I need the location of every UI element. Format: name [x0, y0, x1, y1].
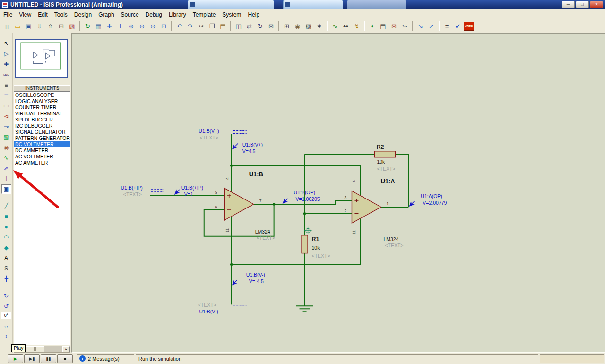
line-2d-icon[interactable]: ╱	[1, 201, 11, 211]
resistor-r1[interactable]: R1 10k <TEXT>	[302, 235, 330, 259]
rotation-angle-field[interactable]: 0°	[1, 312, 11, 319]
minimize-button[interactable]: ─	[562, 1, 575, 8]
cut-icon[interactable]: ✂	[196, 21, 206, 31]
packaging-tool-icon[interactable]: ▨	[303, 21, 313, 31]
block-copy-icon[interactable]: ◫	[233, 21, 243, 31]
menu-library[interactable]: Library	[165, 10, 190, 19]
block-delete-icon[interactable]: ⊠	[266, 21, 276, 31]
rotate-anticlockwise-icon[interactable]: ↺	[1, 302, 11, 311]
maximize-button[interactable]: □	[576, 1, 589, 8]
pause-button[interactable]: ▮▮	[41, 354, 56, 363]
scrollbar-right-arrow-button[interactable]: ▸	[62, 346, 70, 352]
menu-file[interactable]: File	[0, 10, 16, 19]
instrument-logic-analyser[interactable]: LOGIC ANALYSER	[14, 98, 70, 104]
menu-system[interactable]: System	[219, 10, 244, 19]
goto-sheet-icon[interactable]: ↪	[400, 21, 410, 31]
wire-label-icon[interactable]: LBL	[1, 70, 11, 79]
remove-sheet-icon[interactable]: ⊠	[389, 21, 399, 31]
instrument-pattern-generator[interactable]: PATTERN GENERATOR	[14, 135, 70, 141]
return-to-parent-icon[interactable]: ↗	[426, 21, 436, 31]
marker-2d-icon[interactable]: ╋	[1, 274, 11, 284]
menu-help[interactable]: Help	[244, 10, 263, 19]
background-window[interactable]	[188, 0, 274, 9]
pick-parts-icon[interactable]: ⊞	[282, 21, 292, 31]
scrollbar-thumb[interactable]	[25, 346, 44, 352]
junction-dot-icon[interactable]: ✚	[1, 60, 11, 69]
instrument-spi-debugger[interactable]: SPI DEBUGGER	[14, 117, 70, 123]
redraw-display-icon[interactable]: ↻	[83, 21, 93, 31]
opamp-u1a[interactable]: U1:A LM324 <TEXT> 3 2 1 4 11	[344, 178, 403, 248]
text-2d-icon[interactable]: A	[1, 253, 11, 263]
terminal-icon[interactable]: ⊲	[1, 112, 11, 121]
zoom-to-child-icon[interactable]: ↘	[415, 21, 425, 31]
open-design-icon[interactable]: ▭	[13, 21, 23, 31]
property-assignment-icon[interactable]: ↯	[352, 21, 362, 31]
redo-icon[interactable]: ↷	[185, 21, 195, 31]
design-explorer-icon[interactable]: ✦	[367, 21, 377, 31]
decompose-icon[interactable]: ✶	[314, 21, 324, 31]
make-device-icon[interactable]: ◉	[293, 21, 302, 31]
instrument-i2c-debugger[interactable]: I2C DEBUGGER	[14, 123, 70, 129]
instrument-signal-generator[interactable]: SIGNAL GENERATOR	[14, 129, 70, 135]
instrument-dc-voltmeter[interactable]: DC VOLTMETER	[14, 141, 70, 147]
stop-button[interactable]: ■	[57, 354, 73, 363]
toggle-grid-icon[interactable]: ▦	[94, 21, 104, 31]
play-button[interactable]: ▶	[8, 354, 23, 363]
instrument-oscilloscope[interactable]: OSCILLOSCOPE	[14, 92, 70, 98]
instrument-ac-ammeter[interactable]: AC AMMETER	[14, 160, 70, 166]
text-script-icon[interactable]: ≡	[1, 80, 11, 90]
new-design-icon[interactable]: ▯	[2, 21, 12, 31]
device-pin-icon[interactable]: ⊸	[1, 122, 11, 131]
ground-symbol[interactable]	[296, 306, 313, 312]
instrument-dc-ammeter[interactable]: DC AMMETER	[14, 147, 70, 154]
tape-recorder-icon[interactable]: ◉	[1, 143, 11, 152]
mirror-horizontal-icon[interactable]: ↔	[1, 321, 11, 330]
message-panel[interactable]: i 2 Message(s)	[77, 354, 134, 363]
subcircuit-icon[interactable]: ▭	[1, 101, 11, 111]
netlist-to-ares-icon[interactable]: ARES	[464, 22, 474, 31]
circle-2d-icon[interactable]: ●	[1, 222, 11, 232]
menu-template[interactable]: Template	[190, 10, 219, 19]
voltage-probe-icon[interactable]: ⇗	[1, 164, 11, 173]
mirror-vertical-icon[interactable]: ↕	[1, 331, 11, 341]
symbol-2d-icon[interactable]: S	[1, 264, 11, 273]
virtual-instruments-icon[interactable]: ▣	[1, 184, 11, 194]
menu-design[interactable]: Design	[71, 10, 95, 19]
arc-2d-icon[interactable]: ◠	[1, 233, 11, 242]
zoom-area-icon[interactable]: ⊡	[159, 21, 169, 31]
new-sheet-icon[interactable]: ▤	[378, 21, 388, 31]
scrollbar-track[interactable]	[22, 346, 62, 352]
menu-graph[interactable]: Graph	[95, 10, 117, 19]
generator-icon[interactable]: ∿	[1, 153, 11, 163]
close-button[interactable]: ✕	[590, 1, 603, 8]
menu-debug[interactable]: Debug	[142, 10, 165, 19]
box-2d-icon[interactable]: ■	[1, 212, 11, 221]
schematic-drawing[interactable]: U1:B LM324 <TEXT> 5 6 7 4 11 U1:A LM324 …	[72, 34, 605, 352]
current-probe-icon[interactable]: I	[1, 174, 11, 183]
save-design-icon[interactable]: ▣	[24, 21, 34, 31]
component-mode-icon[interactable]: ▷	[1, 49, 11, 59]
zoom-all-icon[interactable]: ⊙	[148, 21, 158, 31]
block-rotate-icon[interactable]: ↻	[255, 21, 265, 31]
toggle-origin-icon[interactable]: ✚	[104, 21, 114, 31]
block-move-icon[interactable]: ⇄	[244, 21, 254, 31]
copy-icon[interactable]: ❐	[207, 21, 217, 31]
opamp-u1b[interactable]: U1:B LM324 <TEXT> 5 6 7 4 11	[215, 171, 275, 241]
instrument-counter-timer[interactable]: COUNTER TIMER	[14, 104, 70, 111]
graph-icon[interactable]: ▧	[1, 132, 11, 142]
closed-path-2d-icon[interactable]: ◆	[1, 243, 11, 252]
menu-edit[interactable]: Edit	[35, 10, 51, 19]
electrical-rules-check-icon[interactable]: ✔	[453, 21, 463, 31]
menu-view[interactable]: View	[16, 10, 35, 19]
search-tag-icon[interactable]: AA	[341, 21, 351, 31]
center-at-cursor-icon[interactable]: ✛	[115, 21, 125, 31]
selection-pointer-icon[interactable]: ↖	[1, 39, 11, 48]
resistor-r2[interactable]: R2 10k <TEXT>	[374, 144, 395, 172]
print-design-icon[interactable]: ⊟	[56, 21, 66, 31]
step-button[interactable]: ▶▮	[24, 354, 40, 363]
paste-icon[interactable]: ▤	[218, 21, 228, 31]
menu-source[interactable]: Source	[118, 10, 142, 19]
background-window[interactable]	[283, 0, 343, 9]
zoom-in-icon[interactable]: ⊕	[126, 21, 136, 31]
bill-of-materials-icon[interactable]: ≡	[442, 21, 452, 31]
